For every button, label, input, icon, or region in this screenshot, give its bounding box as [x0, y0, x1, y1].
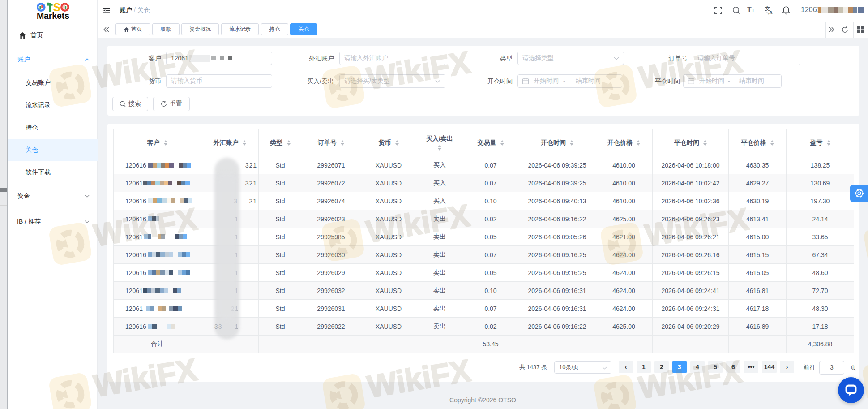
svg-text:A: A: [769, 10, 773, 15]
svg-text:Markets: Markets: [37, 11, 69, 20]
